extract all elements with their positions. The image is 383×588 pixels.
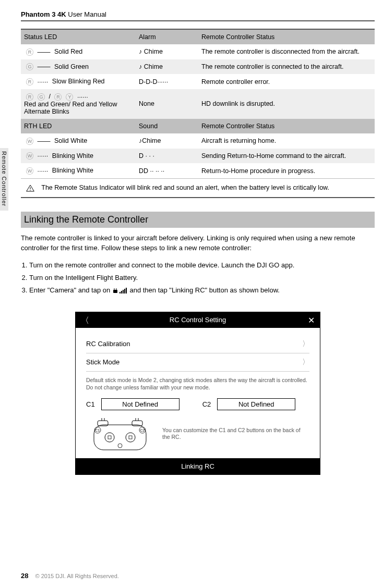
svg-rect-5 [119, 292, 121, 293]
rc-panel-title: RC Control Setting [170, 316, 226, 324]
led-yellow-icon: Y [66, 93, 73, 101]
led-pattern: ······ [37, 78, 48, 85]
status-text: Aircraft is returning home. [198, 133, 375, 149]
stick-mode-row[interactable]: Stick Mode 〉 [86, 353, 309, 372]
table-row: RG / RY ······ Red and Green/ Red and Ye… [21, 89, 375, 119]
led-white-icon: W [26, 152, 33, 160]
c2-label: C2 [202, 400, 211, 408]
warning-text: The Remote Status Indicator will blink r… [41, 184, 329, 191]
alarm-text: D · · · [139, 152, 154, 160]
led-label: Solid Green [54, 63, 89, 70]
header-rule [21, 20, 375, 21]
stick-mode-note: Default stick mode is Mode 2, changing s… [86, 377, 309, 391]
led-red-icon: R [26, 93, 33, 101]
status-text: HD downlink is disrupted. [198, 89, 375, 119]
warning-row: The Remote Status Indicator will blink r… [21, 178, 375, 197]
svg-rect-7 [123, 290, 124, 293]
section-title: Linking the Remote Controller [21, 212, 375, 228]
led-pattern: —— [37, 138, 50, 145]
side-tab-label: Remote Controller [1, 151, 7, 206]
step-1: Turn on the remote controller and connec… [29, 260, 375, 271]
led-label: Blinking White [52, 152, 93, 160]
table-header-2: RTH LED Sound Remote Controller Status [21, 119, 375, 133]
rc-titlebar: 〈 RC Control Setting ✕ [76, 312, 320, 328]
led-red-icon: R [26, 78, 33, 85]
svg-rect-9 [126, 288, 127, 293]
led-pattern: ······ [77, 93, 88, 101]
custom-button-row: C1 Not Defined C2 Not Defined [86, 398, 309, 410]
doc-header: Phantom 3 4K User Manual [21, 10, 375, 18]
led-pattern: —— [37, 63, 50, 70]
svg-rect-6 [121, 291, 122, 293]
section-intro: The remote controller is linked to your … [21, 233, 375, 253]
step-3b: and then tap "Linking RC" button as show… [129, 286, 279, 294]
c2-select[interactable]: Not Defined [217, 398, 295, 410]
th-alarm: Alarm [136, 29, 198, 44]
rc-back-diagram-icon: C1 C2 [86, 415, 154, 452]
svg-text:C1: C1 [95, 428, 100, 432]
status-text: Remote controller error. [198, 74, 375, 89]
back-icon[interactable]: 〈 [81, 315, 89, 326]
step-2: Turn on the Intelligent Flight Battery. [29, 272, 375, 284]
led-label: Slow Blinking Red [52, 78, 105, 85]
led-pattern: ······ [37, 167, 48, 175]
stick-mode-label: Stick Mode [86, 358, 119, 366]
alarm-text: D-D-D······ [139, 78, 168, 85]
c1-value: Not Defined [122, 400, 158, 408]
side-tab: Remote Controller [0, 148, 8, 211]
table-row: R ······ Slow Blinking Red D-D-D······ R… [21, 74, 375, 89]
th-status-led: Status LED [21, 29, 136, 44]
svg-point-17 [105, 433, 114, 442]
svg-rect-8 [124, 289, 125, 293]
led-pattern: ······ [37, 152, 48, 160]
svg-point-18 [126, 433, 135, 442]
table-row: W ······ Blinking White D · · · Sending … [21, 149, 375, 164]
linking-rc-button[interactable]: Linking RC [76, 458, 320, 474]
rc-calibration-row[interactable]: RC Calibration 〉 [86, 335, 309, 353]
th-rc-status: Remote Controller Status [198, 29, 375, 44]
th-sound: Sound [136, 119, 198, 133]
svg-rect-2 [113, 290, 117, 293]
table-row: W ······ Blinking White DD ·· ·· ·· Retu… [21, 163, 375, 178]
status-text: Return-to-Home procedure in progress. [198, 163, 375, 178]
th-rth-led: RTH LED [21, 119, 136, 133]
alarm-text: Chime [142, 63, 163, 70]
led-green-icon: G [38, 93, 45, 101]
copyright: © 2015 DJI. All Rights Reserved. [35, 573, 119, 579]
rc-control-panel: 〈 RC Control Setting ✕ RC Calibration 〉 … [75, 312, 320, 475]
led-white-icon: W [26, 138, 33, 145]
svg-rect-10 [94, 425, 146, 450]
led-pattern: —— [37, 48, 50, 56]
status-text: Sending Return-to-Home command to the ai… [198, 149, 375, 164]
chevron-right-icon: 〉 [302, 339, 309, 349]
led-label: Solid Red [54, 48, 82, 55]
linking-rc-label: Linking RC [181, 462, 214, 470]
led-label: Red and Green/ Red and Yellow Alternate … [24, 101, 117, 115]
c1-label: C1 [86, 400, 95, 408]
th-rc-status: Remote Controller Status [198, 119, 375, 133]
status-text: The remote controller is disconnected fr… [198, 44, 375, 59]
svg-text:C2: C2 [140, 428, 145, 432]
svg-point-21 [118, 444, 122, 448]
rc-diagram-note: You can customize the C1 and C2 buttons … [162, 427, 309, 441]
step-3: Enter "Camera" and tap on and then tap "… [29, 285, 375, 296]
alarm-text: Chime [142, 48, 163, 55]
svg-rect-20 [129, 436, 132, 439]
close-icon[interactable]: ✕ [308, 315, 315, 325]
svg-rect-19 [108, 436, 111, 439]
c2-value: Not Defined [238, 400, 274, 408]
warning-icon [26, 185, 34, 192]
table-row: R —— Solid Red ♪ Chime The remote contro… [21, 44, 375, 59]
led-white-icon: W [26, 167, 33, 175]
table-row: W —— Solid White ♪Chime Aircraft is retu… [21, 133, 375, 149]
rc-signal-icon [113, 287, 127, 294]
steps-list: Turn on the remote controller and connec… [21, 260, 375, 296]
led-red-icon: R [26, 48, 33, 56]
c1-select[interactable]: Not Defined [101, 398, 179, 410]
status-led-table: Status LED Alarm Remote Controller Statu… [21, 29, 375, 198]
led-label: Solid White [54, 137, 87, 144]
chevron-right-icon: 〉 [302, 358, 309, 367]
step-3a: Enter "Camera" and tap on [29, 286, 112, 294]
doc-type: User Manual [68, 10, 106, 18]
product-name: Phantom 3 4K [21, 10, 66, 18]
